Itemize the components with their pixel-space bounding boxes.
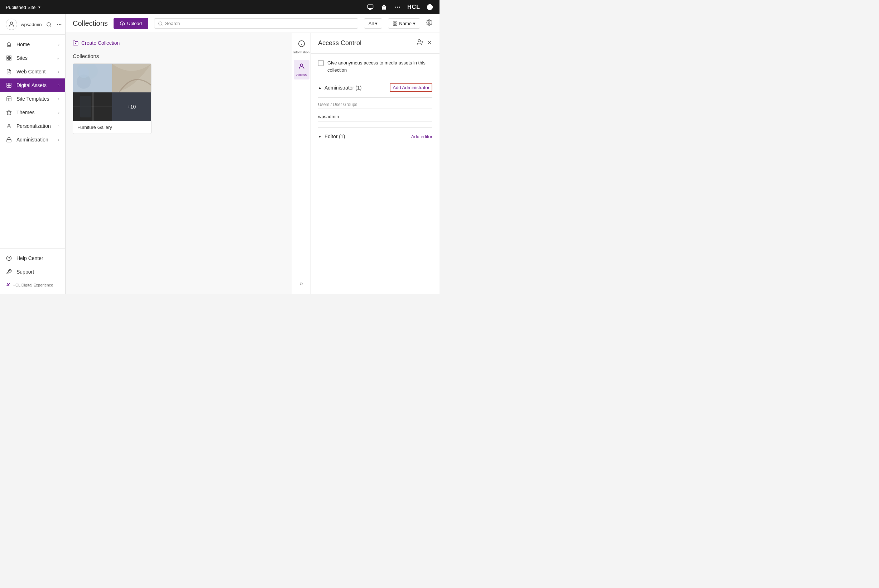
editor-section: ▼ Editor (1) Add editor [318, 131, 432, 142]
anonymous-access-checkbox[interactable] [318, 60, 324, 66]
sidebar-item-label: Themes [16, 110, 54, 115]
svg-rect-10 [7, 56, 9, 58]
editor-expand-icon: ▼ [318, 135, 322, 139]
svg-point-25 [159, 21, 162, 25]
svg-rect-20 [7, 97, 11, 101]
sidebar-item-administration[interactable]: Administration › [0, 133, 65, 147]
editor-section-header[interactable]: ▼ Editor (1) Add editor [318, 131, 432, 142]
sidebar-item-home[interactable]: Home › [0, 38, 65, 51]
person-nav-icon [6, 123, 12, 129]
view-chevron-icon: ▾ [413, 21, 416, 26]
sidebar-item-sites[interactable]: Sites ⌄ [0, 51, 65, 65]
chevron-right-icon: › [58, 83, 60, 87]
upload-label: Upload [127, 21, 142, 26]
hcl-brand-label: HCL Digital Experience [12, 283, 53, 287]
add-administrator-button[interactable]: Add Administrator [390, 83, 432, 92]
chevron-right-icon: › [58, 124, 60, 128]
sidebar-item-support[interactable]: Support [0, 265, 65, 279]
site-name-label: Published Site [6, 4, 36, 10]
view-label: Name [399, 21, 411, 26]
access-control-body: Give anonymous access to media assets in… [311, 54, 440, 154]
sites-nav-icon [6, 55, 12, 61]
sidebar-nav: Home › Sites ⌄ Web Content › [0, 35, 65, 248]
collection-image-2 [112, 64, 151, 92]
editor-section-title: Editor (1) [324, 134, 345, 139]
user-item-wpsadmin: wpsadmin [318, 112, 432, 122]
svg-point-7 [57, 24, 58, 25]
filter-button[interactable]: All ▾ [364, 18, 382, 28]
sidebar-item-personalization[interactable]: Personalization › [0, 119, 65, 133]
collection-card[interactable]: +10 Furniture Gallery [73, 63, 152, 134]
add-user-button[interactable] [417, 39, 424, 48]
information-tab[interactable]: Information [294, 37, 309, 57]
settings-icon[interactable] [426, 20, 432, 28]
collection-overflow-cell: +10 [112, 92, 151, 121]
more-user-icon[interactable] [56, 21, 63, 28]
home-topbar-icon[interactable] [380, 3, 388, 11]
svg-rect-26 [393, 21, 395, 23]
hcl-brand: ✕ HCL Digital Experience [0, 279, 65, 291]
site-dropdown-icon[interactable]: ▾ [38, 5, 40, 10]
svg-rect-0 [368, 4, 373, 9]
header-bar: Collections Upload All ▾ Name ▾ [66, 14, 440, 33]
screen-icon[interactable] [366, 3, 374, 11]
svg-rect-22 [7, 139, 11, 142]
svg-point-21 [8, 124, 10, 126]
editor-section-left: ▼ Editor (1) [318, 134, 345, 139]
administrator-divider [318, 98, 432, 98]
hcl-brand-icon: ✕ [6, 282, 10, 288]
view-button[interactable]: Name ▾ [388, 18, 420, 28]
access-icon [298, 63, 305, 72]
sidebar-item-help-center[interactable]: Help Center [0, 251, 65, 265]
create-collection-button[interactable]: Create Collection [73, 40, 120, 46]
main-layout: wpsadmin Home › [0, 14, 440, 294]
sidebar-item-label: Support [16, 269, 60, 274]
chevron-right-icon: › [58, 69, 60, 74]
info-topbar-icon[interactable] [426, 3, 434, 11]
access-control-header: Access Control [311, 33, 440, 54]
home-nav-icon [6, 41, 12, 48]
sidebar-item-site-templates[interactable]: Site Templates › [0, 92, 65, 106]
body-split: Create Collection Collections [66, 33, 440, 294]
top-bar-actions: HCL [366, 3, 434, 11]
more-topbar-icon[interactable] [394, 3, 402, 11]
svg-rect-13 [9, 58, 11, 60]
search-icon[interactable] [45, 21, 52, 28]
administrator-section-header[interactable]: ▲ Administrator (1) Add Administrator [318, 81, 432, 94]
themes-nav-icon [6, 109, 12, 116]
svg-rect-11 [9, 56, 11, 58]
sidebar-item-label: Personalization [16, 123, 54, 129]
close-access-control-button[interactable] [427, 40, 432, 47]
sidebar-item-label: Digital Assets [16, 82, 54, 88]
create-folder-icon [73, 40, 78, 46]
users-groups-label: Users / User Groups [318, 100, 432, 109]
access-control-panel: Access Control Give anonymous access to … [310, 33, 440, 294]
grid-view-icon [393, 21, 398, 26]
svg-point-44 [300, 64, 303, 66]
sidebar-item-digital-assets[interactable]: Digital Assets › [0, 78, 65, 92]
content-area: Collections Upload All ▾ Name ▾ [66, 14, 440, 294]
upload-button[interactable]: Upload [114, 18, 148, 29]
access-tab[interactable]: Access [294, 60, 309, 80]
add-editor-button[interactable]: Add editor [411, 134, 432, 139]
administrator-section-left: ▲ Administrator (1) [318, 85, 362, 91]
search-bar-icon [158, 21, 163, 26]
search-bar[interactable] [154, 18, 358, 28]
collection-image-1 [73, 64, 112, 92]
sidebar-item-label: Help Center [16, 255, 60, 261]
sidebar-item-web-content[interactable]: Web Content › [0, 65, 65, 78]
create-collection-label: Create Collection [81, 40, 120, 46]
expand-panel-button[interactable]: » [297, 278, 306, 290]
svg-point-36 [76, 75, 91, 89]
avatar [6, 19, 17, 30]
search-input[interactable] [165, 21, 354, 26]
side-panel: Information Access » [292, 33, 310, 294]
svg-rect-18 [7, 86, 9, 87]
filter-chevron-icon: ▾ [375, 21, 378, 26]
site-name-area[interactable]: Published Site ▾ [6, 4, 40, 10]
chevron-right-icon: › [58, 97, 60, 101]
access-tab-label: Access [296, 73, 307, 76]
sidebar-item-label: Web Content [16, 69, 54, 75]
sidebar-item-themes[interactable]: Themes › [0, 106, 65, 119]
sidebar-footer: Help Center Support ✕ HCL Digital Experi… [0, 248, 65, 294]
